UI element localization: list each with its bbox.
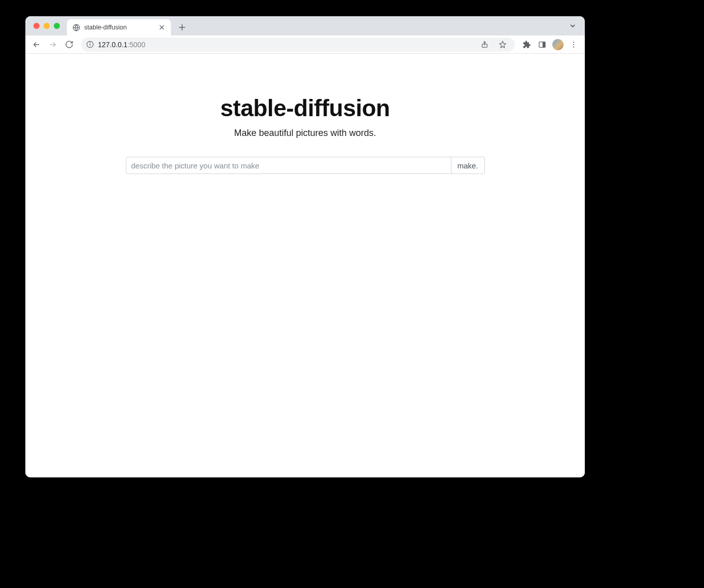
new-tab-button[interactable]	[175, 20, 189, 34]
back-button[interactable]	[29, 38, 44, 52]
forward-button[interactable]	[46, 38, 60, 52]
browser-window: stable-diffusion	[25, 16, 585, 477]
side-panel-icon[interactable]	[535, 38, 549, 52]
prompt-form: make.	[126, 157, 485, 174]
tab-title: stable-diffusion	[84, 24, 154, 31]
browser-tab[interactable]: stable-diffusion	[67, 19, 171, 36]
url-port: :5000	[127, 41, 145, 49]
menu-icon[interactable]	[567, 38, 581, 52]
window-controls	[30, 16, 64, 36]
globe-icon	[72, 23, 80, 31]
url-text: 127.0.0.1:5000	[98, 41, 145, 49]
share-icon[interactable]	[477, 38, 491, 52]
reload-button[interactable]	[62, 38, 76, 52]
address-bar[interactable]: 127.0.0.1:5000	[81, 38, 515, 52]
page-heading: stable-diffusion	[220, 94, 390, 122]
toolbar-right	[520, 38, 581, 52]
window-maximize-button[interactable]	[54, 23, 60, 29]
window-close-button[interactable]	[33, 23, 40, 29]
svg-point-9	[573, 44, 574, 45]
page-viewport: stable-diffusion Make beautiful pictures…	[25, 54, 585, 477]
tab-strip: stable-diffusion	[25, 16, 585, 36]
page-subtitle: Make beautiful pictures with words.	[234, 128, 376, 139]
extensions-icon[interactable]	[520, 38, 534, 52]
svg-point-8	[573, 42, 574, 43]
prompt-input[interactable]	[126, 157, 451, 174]
tab-search-button[interactable]	[566, 19, 580, 33]
make-button[interactable]: make.	[451, 157, 485, 174]
site-info-icon[interactable]	[86, 41, 94, 48]
page-content: stable-diffusion Make beautiful pictures…	[25, 54, 585, 174]
url-host: 127.0.0.1	[98, 41, 127, 49]
svg-point-10	[573, 46, 574, 47]
svg-point-3	[90, 43, 90, 43]
bookmark-icon[interactable]	[496, 38, 510, 52]
close-tab-icon[interactable]	[158, 23, 166, 31]
browser-toolbar: 127.0.0.1:5000	[25, 36, 585, 54]
svg-rect-7	[543, 42, 545, 47]
tabstrip-right	[566, 16, 585, 36]
window-minimize-button[interactable]	[44, 23, 50, 29]
profile-avatar[interactable]	[552, 39, 564, 50]
